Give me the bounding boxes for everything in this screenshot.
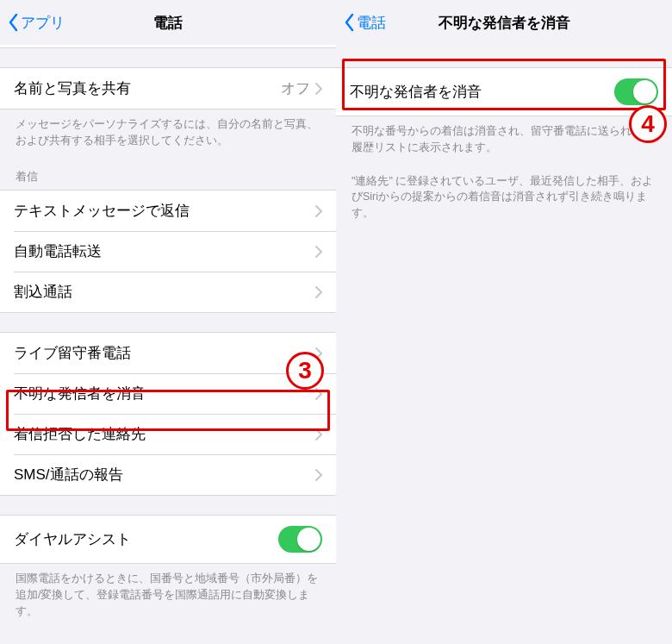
call-waiting-row[interactable]: 割込通話 <box>0 272 336 312</box>
back-label: アプリ <box>21 13 65 33</box>
silence-group: ライブ留守番電話 不明な発信者を消音 着信拒否した連絡先 SMS/通話の報告 <box>0 332 336 496</box>
chevron-left-icon <box>7 13 19 32</box>
silence-unknown-pane: 電話 不明な発信者を消音 不明な発信者を消音 不明な番号からの着信は消音され、留… <box>336 0 672 644</box>
chevron-right-icon <box>315 205 322 217</box>
silence-footer-1: 不明な番号からの着信は消音され、留守番電話に送られて、履歴リストに表示されます。 <box>336 116 672 156</box>
silence-unknown-toggle-row[interactable]: 不明な発信者を消音 <box>336 68 672 116</box>
silence-unknown-toggle[interactable] <box>614 78 658 105</box>
incoming-group: 着信 テキストメッセージで返信 自動電話転送 割込通話 <box>0 168 336 314</box>
row-label: SMS/通話の報告 <box>14 465 315 485</box>
row-label: 割込通話 <box>14 282 315 302</box>
silence-footer-2: "連絡先" に登録されているユーザ、最近発信した相手、およびSiriからの提案か… <box>336 166 672 222</box>
chevron-right-icon <box>315 469 322 481</box>
row-label: 着信拒否した連絡先 <box>14 424 315 444</box>
chevron-right-icon <box>315 428 322 441</box>
silence-unknown-callers-row[interactable]: 不明な発信者を消音 <box>0 373 336 414</box>
row-label: ライブ留守番電話 <box>14 343 315 363</box>
row-label: テキストメッセージで返信 <box>14 201 315 221</box>
row-value: オフ <box>281 78 310 98</box>
phone-settings-pane: アプリ 電話 名前と写真を共有 オフ メッセージをパーソナライズするには、自分の… <box>0 0 336 644</box>
share-name-photo-row[interactable]: 名前と写真を共有 オフ <box>0 68 336 109</box>
back-button[interactable]: アプリ <box>7 13 65 33</box>
nav-bar: アプリ 電話 <box>0 0 336 45</box>
row-label: 名前と写真を共有 <box>14 78 281 98</box>
chevron-right-icon <box>315 388 322 400</box>
chevron-right-icon <box>315 347 322 360</box>
row-label: ダイヤルアシスト <box>14 529 278 549</box>
toggle-group: 不明な発信者を消音 不明な番号からの着信は消音され、留守番電話に送られて、履歴リ… <box>336 67 672 222</box>
content: 名前と写真を共有 オフ メッセージをパーソナライズするには、自分の名前と写真、お… <box>0 45 336 644</box>
share-group: 名前と写真を共有 オフ メッセージをパーソナライズするには、自分の名前と写真、お… <box>0 67 336 149</box>
share-footer: メッセージをパーソナライズするには、自分の名前と写真、および共有する相手を選択し… <box>0 109 336 149</box>
nav-bar: 電話 不明な発信者を消音 <box>336 0 672 45</box>
live-voicemail-row[interactable]: ライブ留守番電話 <box>0 333 336 373</box>
row-label: 不明な発信者を消音 <box>350 82 614 102</box>
row-label: 不明な発信者を消音 <box>14 384 315 403</box>
chevron-right-icon <box>315 246 322 258</box>
dial-assist-toggle[interactable] <box>278 526 322 553</box>
sms-call-reporting-row[interactable]: SMS/通話の報告 <box>0 454 336 495</box>
content: 不明な発信者を消音 不明な番号からの着信は消音され、留守番電話に送られて、履歴リ… <box>336 45 672 644</box>
dial-assist-footer: 国際電話をかけるときに、国番号と地域番号（市外局番）を追加/変換して、登録電話番… <box>0 564 336 619</box>
call-forwarding-row[interactable]: 自動電話転送 <box>0 231 336 272</box>
dial-assist-row[interactable]: ダイヤルアシスト <box>0 516 336 563</box>
page-title: 不明な発信者を消音 <box>336 13 672 33</box>
chevron-right-icon <box>315 286 322 298</box>
row-label: 自動電話転送 <box>14 241 315 261</box>
incoming-header: 着信 <box>0 168 336 191</box>
prev-group-edge <box>0 45 336 48</box>
back-label: 電話 <box>357 13 386 33</box>
dial-assist-group: ダイヤルアシスト 国際電話をかけるときに、国番号と地域番号（市外局番）を追加/変… <box>0 515 336 619</box>
chevron-left-icon <box>343 13 355 32</box>
blocked-contacts-row[interactable]: 着信拒否した連絡先 <box>0 414 336 454</box>
chevron-right-icon <box>315 83 322 95</box>
back-button[interactable]: 電話 <box>343 13 386 33</box>
reply-with-text-row[interactable]: テキストメッセージで返信 <box>0 191 336 231</box>
